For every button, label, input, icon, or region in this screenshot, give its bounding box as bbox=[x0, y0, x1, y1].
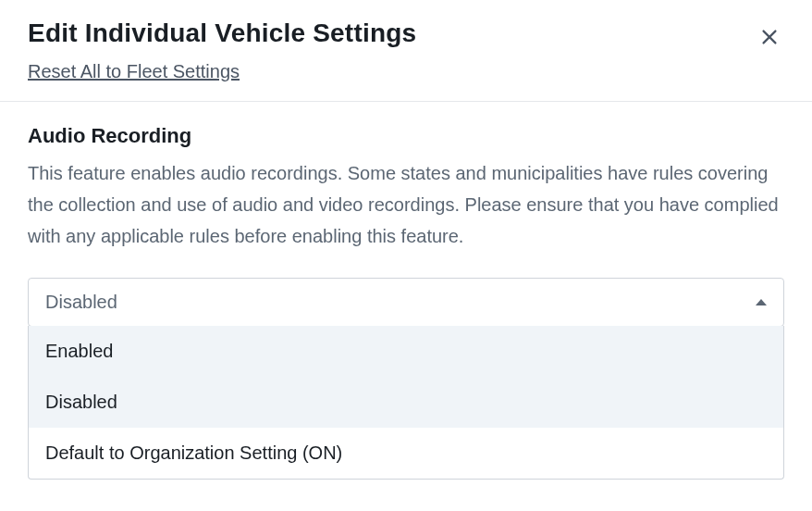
section-title-audio-recording: Audio Recording bbox=[28, 124, 784, 148]
option-default-org[interactable]: Default to Organization Setting (ON) bbox=[29, 428, 783, 479]
option-enabled[interactable]: Enabled bbox=[29, 326, 783, 377]
modal-title: Edit Individual Vehicle Settings bbox=[28, 19, 784, 48]
close-icon bbox=[759, 27, 780, 47]
audio-recording-dropdown: Enabled Disabled Default to Organization… bbox=[28, 326, 784, 480]
reset-all-link[interactable]: Reset All to Fleet Settings bbox=[28, 61, 240, 82]
modal-header: Edit Individual Vehicle Settings Reset A… bbox=[0, 0, 812, 102]
audio-recording-select[interactable]: Disabled bbox=[28, 278, 784, 327]
close-button[interactable] bbox=[755, 22, 784, 52]
select-current-value: Disabled bbox=[45, 292, 117, 313]
chevron-up-icon bbox=[756, 299, 767, 305]
option-disabled[interactable]: Disabled bbox=[29, 377, 783, 428]
audio-recording-select-wrapper: Disabled Enabled Disabled Default to Org… bbox=[28, 278, 784, 480]
modal-body: Audio Recording This feature enables aud… bbox=[0, 102, 812, 502]
section-description: This feature enables audio recordings. S… bbox=[28, 157, 784, 252]
